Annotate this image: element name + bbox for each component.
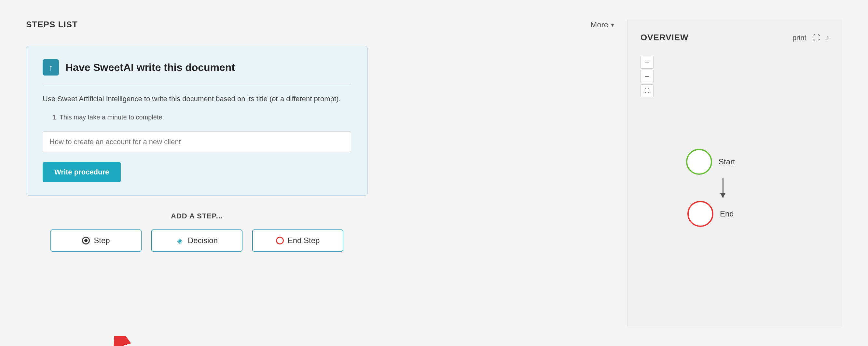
steps-list-title: STEPS LIST [26, 20, 78, 30]
end-step-icon [276, 237, 284, 245]
end-circle [687, 201, 713, 227]
start-node: Start [686, 149, 735, 175]
expand-icon[interactable]: ⛶ [813, 34, 820, 42]
add-step-section: ADD A STEP... Step ◈ Decision End Step [26, 212, 368, 252]
add-end-step-button[interactable]: End Step [252, 229, 343, 252]
add-step-buttons: Step ◈ Decision End Step [51, 229, 343, 252]
end-step-button-label: End Step [288, 236, 320, 245]
overview-controls: print ⛶ › [793, 34, 829, 42]
more-label: More [590, 20, 608, 29]
chevron-down-icon: ▾ [611, 21, 614, 29]
ai-card-description: Use Sweet Artificial Intelligence to wri… [43, 93, 351, 104]
zoom-out-button[interactable]: − [641, 70, 653, 83]
step-button-label: Step [94, 236, 110, 245]
ai-card: ↑ Have SweetAI write this document Use S… [26, 46, 368, 196]
step-icon [82, 237, 90, 245]
overview-panel: OVERVIEW print ⛶ › + − ⛶ Start [627, 20, 842, 326]
overview-title: OVERVIEW [641, 33, 689, 43]
arrow-line [722, 178, 723, 197]
chevron-right-icon[interactable]: › [827, 34, 829, 42]
write-procedure-button[interactable]: Write procedure [43, 162, 121, 182]
ai-card-header: ↑ Have SweetAI write this document [43, 59, 351, 75]
start-label: Start [719, 157, 735, 166]
ai-card-title: Have SweetAI write this document [65, 62, 235, 73]
add-decision-button[interactable]: ◈ Decision [151, 229, 243, 252]
zoom-controls: + − ⛶ [641, 56, 653, 97]
flow-diagram: Start End [686, 62, 735, 313]
ai-prompt-input[interactable] [43, 131, 351, 152]
ai-card-divider [43, 84, 351, 84]
start-circle [686, 149, 712, 175]
end-label: End [720, 209, 734, 218]
add-step-button[interactable]: Step [51, 229, 142, 252]
overview-content: + − ⛶ Start End [641, 56, 829, 313]
decision-button-label: Decision [188, 236, 218, 245]
zoom-fit-button[interactable]: ⛶ [641, 84, 653, 97]
flow-arrow-down [698, 175, 723, 201]
steps-list-header: STEPS LIST More ▾ [26, 20, 614, 30]
red-arrow-annotation [106, 336, 171, 346]
write-procedure-wrapper: Write procedure [43, 162, 121, 182]
ai-icon: ↑ [43, 59, 59, 75]
more-button[interactable]: More ▾ [590, 20, 614, 29]
end-node: End [687, 201, 734, 227]
overview-header: OVERVIEW print ⛶ › [641, 33, 829, 43]
decision-icon: ◈ [176, 237, 184, 245]
print-button[interactable]: print [793, 34, 806, 42]
add-step-label: ADD A STEP... [171, 212, 223, 220]
zoom-in-button[interactable]: + [641, 56, 653, 69]
ai-card-note: 1. This may take a minute to complete. [43, 114, 351, 121]
